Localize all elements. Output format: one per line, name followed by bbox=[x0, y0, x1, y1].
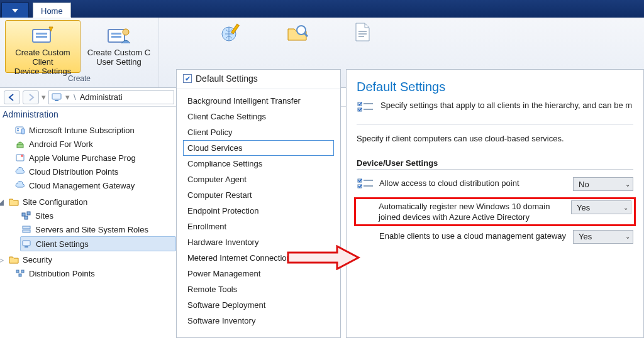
svg-rect-14 bbox=[358, 36, 364, 37]
svg-rect-1 bbox=[36, 33, 47, 35]
tree-node[interactable]: Client Settings bbox=[20, 236, 176, 251]
svg-rect-31 bbox=[16, 270, 19, 273]
settings-category-item[interactable]: Endpoint Protection bbox=[183, 203, 334, 219]
create-custom-client-device-settings-button[interactable]: Create Custom Client Device Settings bbox=[5, 20, 80, 73]
settings-category-item[interactable]: Client Policy bbox=[183, 124, 334, 140]
distribution-icon bbox=[15, 268, 25, 278]
svg-rect-30 bbox=[25, 246, 28, 248]
cloud-icon bbox=[15, 166, 25, 177]
nav-tree: Microsoft Intune SubscriptionAndroid For… bbox=[3, 123, 176, 280]
user-settings-icon bbox=[105, 25, 133, 46]
setting-row: Automatically register new Windows 10 do… bbox=[354, 197, 636, 226]
setting-dropdown[interactable]: Yes⌄ bbox=[571, 200, 631, 214]
monitor-icon bbox=[52, 92, 62, 102]
settings-category-item[interactable]: Compliance Settings bbox=[183, 156, 334, 172]
settings-category-item[interactable]: Software Inventory bbox=[183, 313, 334, 329]
setting-row: Enable clients to use a cloud management… bbox=[357, 226, 633, 249]
app-menu-button[interactable] bbox=[1, 3, 29, 18]
tree-node-site-configuration[interactable]: ◢ Site Configuration bbox=[5, 195, 176, 209]
create-custom-client-user-settings-button[interactable]: Create Custom C User Setting bbox=[84, 20, 153, 73]
setting-label: Automatically register new Windows 10 do… bbox=[379, 200, 566, 223]
folder-icon bbox=[9, 254, 19, 264]
workspace-title: Administration bbox=[3, 109, 58, 119]
settings-category-item[interactable]: Remote Tools bbox=[183, 281, 334, 297]
button-label: Create Custom Client Device Settings bbox=[6, 48, 80, 77]
tree-node[interactable]: Apple Volume Purchase Prog bbox=[14, 151, 176, 165]
address-bar[interactable]: ▾ \ Administrati bbox=[48, 90, 174, 104]
settings-category-item[interactable]: Background Intelligent Transfer bbox=[183, 93, 334, 109]
ribbon-button-search[interactable] bbox=[277, 18, 318, 70]
svg-rect-16 bbox=[55, 100, 58, 101]
svg-rect-6 bbox=[111, 36, 121, 38]
sites-icon bbox=[21, 210, 31, 221]
setting-label: Enable clients to use a cloud management… bbox=[379, 230, 568, 242]
tree-node[interactable]: Cloud Management Gateway bbox=[14, 178, 176, 192]
setting-dropdown[interactable]: Yes⌄ bbox=[573, 230, 633, 244]
settings-category-item[interactable]: Computer Restart bbox=[183, 187, 334, 203]
tree-node[interactable]: Microsoft Intune Subscription bbox=[14, 123, 176, 137]
svg-rect-26 bbox=[25, 216, 28, 219]
client-icon bbox=[22, 239, 32, 249]
settings-category-item[interactable]: Cloud Services bbox=[183, 140, 334, 156]
setting-dropdown[interactable]: No⌄ bbox=[573, 177, 633, 191]
svg-rect-18 bbox=[17, 128, 19, 129]
tree-node[interactable]: Android For Work bbox=[14, 137, 176, 151]
tree-node[interactable]: Cloud Distribution Points bbox=[14, 165, 176, 178]
ribbon-button-edit[interactable] bbox=[212, 18, 252, 70]
android-icon bbox=[15, 139, 25, 149]
checkbox-icon bbox=[183, 74, 192, 83]
button-label: Create Custom C User Setting bbox=[87, 48, 150, 67]
tree-node-distribution-points[interactable]: Distribution Points bbox=[14, 266, 176, 280]
svg-rect-29 bbox=[23, 241, 30, 246]
svg-rect-15 bbox=[52, 94, 61, 99]
tree-node[interactable]: Servers and Site System Roles bbox=[20, 222, 176, 236]
details-head-text: Specify settings that apply to all clien… bbox=[380, 101, 632, 110]
svg-rect-25 bbox=[27, 212, 30, 215]
svg-rect-2 bbox=[36, 36, 47, 38]
svg-point-10 bbox=[297, 26, 306, 35]
svg-rect-21 bbox=[17, 144, 23, 148]
svg-rect-32 bbox=[21, 270, 24, 273]
svg-rect-12 bbox=[358, 31, 367, 32]
details-panel: Default Settings Specify settings that a… bbox=[346, 69, 644, 338]
svg-rect-27 bbox=[23, 226, 30, 229]
nav-back-button[interactable] bbox=[4, 90, 20, 104]
ribbon-tab-home[interactable]: Home bbox=[33, 3, 71, 18]
settings-category-item[interactable]: Enrollment bbox=[183, 219, 334, 234]
intune-icon bbox=[15, 125, 25, 135]
folder-search-icon bbox=[285, 21, 310, 43]
svg-rect-28 bbox=[23, 230, 30, 232]
svg-point-23 bbox=[21, 155, 23, 157]
details-title: Default Settings bbox=[357, 80, 633, 94]
nav-forward-button[interactable] bbox=[23, 90, 39, 104]
tree-node[interactable]: Sites bbox=[20, 209, 176, 222]
callout-arrow-icon bbox=[287, 245, 361, 270]
settings-category-panel: Default Settings Background Intelligent … bbox=[176, 69, 341, 338]
ribbon-group-caption: Create bbox=[68, 74, 91, 83]
address-text: Administrati bbox=[80, 92, 123, 102]
settings-category-item[interactable]: Computer Agent bbox=[183, 172, 334, 187]
folder-icon bbox=[9, 197, 19, 207]
setting-label: Allow access to cloud distribution point bbox=[379, 177, 568, 189]
apple-icon bbox=[15, 153, 25, 163]
checklist-icon bbox=[357, 101, 374, 116]
svg-point-7 bbox=[123, 29, 129, 35]
tree-node-security[interactable]: ▷ Security bbox=[5, 253, 176, 266]
cloud-icon bbox=[15, 180, 25, 190]
svg-rect-33 bbox=[19, 274, 21, 276]
pencil-globe-icon bbox=[219, 21, 245, 43]
section-label: Device/User Settings bbox=[357, 158, 633, 170]
settings-category-item[interactable]: Client Cache Settings bbox=[183, 109, 334, 124]
settings-category-item[interactable]: Software Deployment bbox=[183, 297, 334, 313]
svg-rect-5 bbox=[111, 33, 121, 35]
servers-icon bbox=[21, 224, 31, 234]
device-settings-icon bbox=[29, 25, 57, 46]
document-icon bbox=[350, 21, 375, 43]
svg-rect-13 bbox=[358, 33, 367, 35]
ribbon-button-doc[interactable] bbox=[343, 18, 383, 70]
svg-rect-24 bbox=[22, 213, 25, 216]
svg-rect-20 bbox=[21, 129, 25, 134]
ribbon-group-create: Create Custom Client Device Settings Cre… bbox=[0, 18, 159, 87]
panel-title: Default Settings bbox=[196, 74, 258, 84]
checklist-icon bbox=[357, 177, 374, 192]
